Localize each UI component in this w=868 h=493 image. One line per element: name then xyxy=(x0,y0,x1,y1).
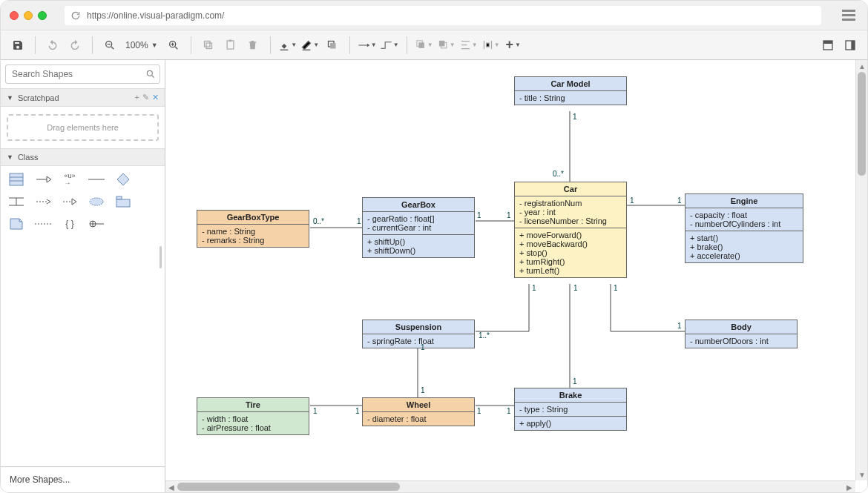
mult-label: 1 xyxy=(677,322,682,330)
class-tire[interactable]: Tire - width : float - airPressure : flo… xyxy=(197,397,309,435)
svg-rect-2 xyxy=(206,43,212,49)
svg-rect-5 xyxy=(229,40,232,42)
close-window-button[interactable] xyxy=(10,11,19,20)
shape-note[interactable] xyxy=(8,216,24,231)
class-car[interactable]: Car - registrationNum - year : int - lic… xyxy=(514,182,627,278)
mult-label: 1 xyxy=(421,386,425,394)
mult-label: 1 xyxy=(630,196,634,205)
svg-point-26 xyxy=(90,198,103,205)
mult-label: 1 xyxy=(507,211,511,219)
class-wheel[interactable]: Wheel - diameter : float xyxy=(362,397,475,426)
scratchpad-drop-area[interactable]: Drag elements here xyxy=(7,114,159,141)
canvas-area: Car Model - title : String Car - registr… xyxy=(165,60,867,492)
format-panel-toggle[interactable] xyxy=(818,36,838,55)
svg-rect-7 xyxy=(303,49,311,50)
minimize-window-button[interactable] xyxy=(24,11,33,20)
horizontal-scroll-thumb[interactable] xyxy=(177,483,400,491)
mult-label: 1 xyxy=(477,407,481,415)
svg-rect-12 xyxy=(439,41,445,47)
svg-rect-4 xyxy=(227,41,234,49)
scratchpad-add-icon[interactable]: + xyxy=(135,93,139,102)
class-brake[interactable]: Brake - type : String + apply() xyxy=(514,388,627,431)
zoom-out-button[interactable] xyxy=(100,36,119,55)
save-button[interactable] xyxy=(8,36,27,55)
svg-rect-9 xyxy=(330,43,336,49)
svg-rect-10 xyxy=(418,42,424,48)
maximize-window-button[interactable] xyxy=(38,11,47,20)
shape-usage[interactable]: «u»→ xyxy=(62,172,78,187)
more-shapes-button[interactable]: More Shapes... xyxy=(1,466,165,492)
class-body[interactable]: Body - numberOfDoors : int xyxy=(685,320,798,348)
shape-constraint[interactable] xyxy=(8,194,24,209)
shape-dependency[interactable] xyxy=(35,194,51,209)
shape-brace[interactable]: { } xyxy=(62,216,78,231)
class-gearbox[interactable]: GearBox - gearRatio : float[] - currentG… xyxy=(362,197,475,258)
mult-label: 1 xyxy=(573,377,577,386)
mult-label: 1 xyxy=(477,211,481,219)
svg-rect-19 xyxy=(10,173,23,185)
class-gearboxtype[interactable]: GearBoxType - name : String - remarks : … xyxy=(197,210,309,248)
svg-rect-27 xyxy=(116,196,122,199)
undo-button[interactable] xyxy=(43,36,62,55)
svg-rect-3 xyxy=(205,42,211,47)
zoom-level-select[interactable]: 100% ▼ xyxy=(122,40,161,50)
shadow-button[interactable] xyxy=(323,36,342,55)
scroll-right-icon[interactable]: ▶ xyxy=(844,481,855,492)
shape-nary[interactable] xyxy=(115,172,131,187)
shape-anchor[interactable] xyxy=(35,216,51,231)
url-text: https://online.visual-paradigm.com/ xyxy=(87,10,224,21)
svg-rect-15 xyxy=(823,41,832,44)
scroll-down-icon[interactable]: ▼ xyxy=(856,469,867,480)
horizontal-scrollbar[interactable]: ◀ ▶ xyxy=(165,480,855,492)
outline-panel-toggle[interactable] xyxy=(841,36,860,55)
shape-association[interactable] xyxy=(88,172,105,187)
waypoint-button[interactable]: ▼ xyxy=(380,36,399,55)
fill-color-button[interactable]: ▼ xyxy=(278,36,297,55)
line-color-button[interactable]: ▼ xyxy=(300,36,320,55)
add-button[interactable]: +▼ xyxy=(504,36,523,55)
svg-rect-28 xyxy=(116,199,130,207)
shape-realization[interactable] xyxy=(62,194,78,209)
canvas-viewport[interactable]: Car Model - title : String Car - registr… xyxy=(165,60,855,480)
scroll-up-icon[interactable]: ▲ xyxy=(856,60,867,72)
zoom-in-button[interactable] xyxy=(164,36,183,55)
class-shape-palette: «u»→ { } xyxy=(1,166,165,237)
sidebar-resize-handle[interactable] xyxy=(160,246,162,268)
shape-class[interactable] xyxy=(8,172,24,187)
shape-collaboration[interactable] xyxy=(88,194,105,209)
scratchpad-edit-icon[interactable]: ✎ xyxy=(142,93,149,102)
delete-button[interactable] xyxy=(243,36,263,55)
connector-style-button[interactable]: ▼ xyxy=(358,36,377,55)
shape-generalization[interactable] xyxy=(35,172,51,187)
vertical-scrollbar[interactable]: ▲ ▼ xyxy=(855,60,867,480)
shape-containment[interactable] xyxy=(88,216,105,231)
svg-rect-6 xyxy=(280,49,289,50)
scroll-left-icon[interactable]: ◀ xyxy=(165,481,177,492)
class-car-model[interactable]: Car Model - title : String xyxy=(514,76,627,105)
scratchpad-header[interactable]: ▼ Scratchpad + ✎ ✕ xyxy=(1,88,165,107)
paste-button[interactable] xyxy=(221,36,240,55)
scratchpad-close-icon[interactable]: ✕ xyxy=(152,93,159,102)
mult-label: 1 xyxy=(421,343,425,351)
mult-label: 1 xyxy=(573,113,577,121)
url-bar[interactable]: https://online.visual-paradigm.com/ xyxy=(65,6,821,25)
svg-point-18 xyxy=(147,70,152,76)
shape-package[interactable] xyxy=(115,194,131,209)
diagram-canvas[interactable]: Car Model - title : String Car - registr… xyxy=(165,60,855,480)
mult-label: 0..* xyxy=(313,217,324,225)
to-front-button[interactable]: ▼ xyxy=(415,36,434,55)
mult-label: 1 xyxy=(313,407,318,415)
vertical-scroll-thumb[interactable] xyxy=(858,72,866,176)
browser-menu-button[interactable] xyxy=(839,6,858,25)
window-controls xyxy=(10,11,47,20)
search-shapes-input[interactable] xyxy=(5,64,160,84)
class-engine[interactable]: Engine - capacity : float - numberOfCyli… xyxy=(685,193,803,263)
redo-button[interactable] xyxy=(65,36,85,55)
to-back-button[interactable]: ▼ xyxy=(437,36,456,55)
class-suspension[interactable]: Suspension - springRate : float xyxy=(362,320,475,348)
distribute-button[interactable]: ▼ xyxy=(481,36,501,55)
copy-button[interactable] xyxy=(199,36,218,55)
mult-label: 1 xyxy=(573,284,578,292)
align-button[interactable]: ▼ xyxy=(459,36,479,55)
class-section-header[interactable]: ▼ Class xyxy=(1,148,165,166)
